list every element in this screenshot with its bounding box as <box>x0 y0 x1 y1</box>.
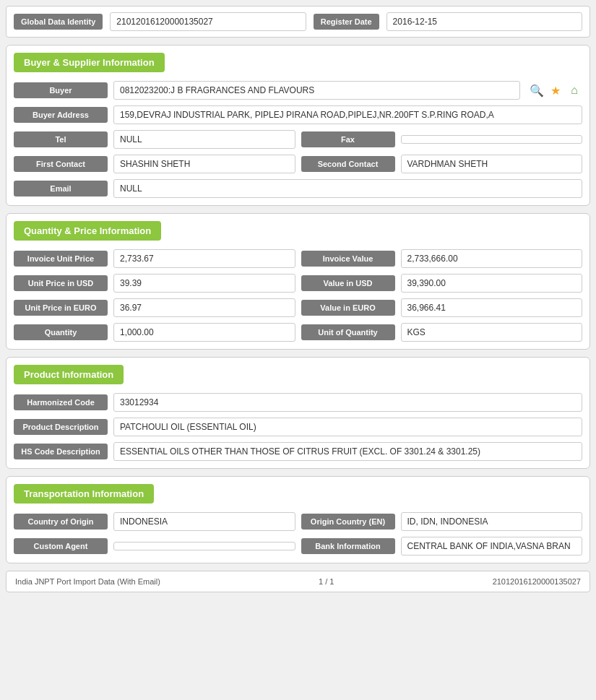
product-section: Product Information Harmonized Code 3301… <box>6 357 590 469</box>
tel-fax-row: Tel NULL Fax <box>14 130 582 149</box>
value-euro-half: Value in EURO 36,966.41 <box>301 298 583 317</box>
harmonized-code-value: 33012934 <box>113 393 582 412</box>
unit-of-quantity-value: KGS <box>401 323 583 342</box>
first-contact-half: First Contact SHASHIN SHETH <box>14 155 295 173</box>
origin-country-en-label: Origin Country (EN) <box>301 514 395 530</box>
hs-code-description-value: ESSENTIAL OILS OTHER THAN THOSE OF CITRU… <box>113 442 582 461</box>
quantity-row: Quantity 1,000.00 Unit of Quantity KGS <box>14 323 582 342</box>
origin-country-en-half: Origin Country (EN) ID, IDN, INDONESIA <box>301 512 583 531</box>
fax-half: Fax <box>301 131 583 147</box>
harmonized-code-row: Harmonized Code 33012934 <box>14 393 582 412</box>
quantity-price-section: Quantity & Price Information Invoice Uni… <box>6 213 590 350</box>
first-contact-label: First Contact <box>14 156 108 172</box>
unit-price-usd-half: Unit Price in USD 39.39 <box>14 274 295 293</box>
invoice-unit-price-value: 2,733.67 <box>113 249 295 268</box>
email-label: Email <box>14 181 108 196</box>
email-value: NULL <box>113 179 582 198</box>
custom-agent-label: Custom Agent <box>14 538 108 554</box>
unit-of-quantity-label: Unit of Quantity <box>301 324 395 340</box>
footer-center: 1 / 1 <box>319 577 334 586</box>
transportation-section: Transportation Information Country of Or… <box>6 476 590 563</box>
hs-code-description-row: HS Code Description ESSENTIAL OILS OTHER… <box>14 442 582 461</box>
country-of-origin-half: Country of Origin INDONESIA <box>14 512 295 531</box>
unit-price-usd-label: Unit Price in USD <box>14 275 108 291</box>
custom-agent-value <box>113 542 295 550</box>
fax-label: Fax <box>301 131 395 147</box>
unit-of-quantity-half: Unit of Quantity KGS <box>301 323 583 342</box>
origin-row: Country of Origin INDONESIA Origin Count… <box>14 512 582 531</box>
value-euro-label: Value in EURO <box>301 300 395 316</box>
custom-bank-row: Custom Agent Bank Information CENTRAL BA… <box>14 537 582 556</box>
buyer-supplier-header: Buyer & Supplier Information <box>14 53 165 72</box>
second-contact-half: Second Contact VARDHMAN SHETH <box>301 155 583 173</box>
register-date-value: 2016-12-15 <box>386 12 582 31</box>
product-description-value: PATCHOULI OIL (ESSENTIAL OIL) <box>113 418 582 436</box>
quantity-price-header: Quantity & Price Information <box>14 221 161 241</box>
origin-country-en-value: ID, IDN, INDONESIA <box>401 512 583 531</box>
unit-price-euro-value: 36.97 <box>113 298 295 317</box>
buyer-value: 0812023200:J B FRAGRANCES AND FLAVOURS <box>113 81 520 100</box>
footer: India JNPT Port Import Data (With Email)… <box>6 571 590 592</box>
value-usd-label: Value in USD <box>301 275 395 291</box>
invoice-row: Invoice Unit Price 2,733.67 Invoice Valu… <box>14 249 582 268</box>
product-description-label: Product Description <box>14 419 108 435</box>
tel-value: NULL <box>113 130 295 149</box>
tel-half: Tel NULL <box>14 130 295 149</box>
country-of-origin-value: INDONESIA <box>113 512 295 531</box>
register-date-label: Register Date <box>314 14 379 30</box>
buyer-supplier-section: Buyer & Supplier Information Buyer 08120… <box>6 45 590 206</box>
second-contact-value: VARDHMAN SHETH <box>401 155 583 173</box>
euro-row: Unit Price in EURO 36.97 Value in EURO 3… <box>14 298 582 317</box>
second-contact-label: Second Contact <box>301 156 395 172</box>
country-of-origin-label: Country of Origin <box>14 514 108 530</box>
buyer-row: Buyer 0812023200:J B FRAGRANCES AND FLAV… <box>14 81 582 100</box>
hs-code-description-label: HS Code Description <box>14 444 108 459</box>
email-row: Email NULL <box>14 179 582 198</box>
product-description-row: Product Description PATCHOULI OIL (ESSEN… <box>14 418 582 436</box>
value-usd-value: 39,390.00 <box>401 274 583 293</box>
value-usd-half: Value in USD 39,390.00 <box>301 274 583 293</box>
buyer-icons: 🔍 ★ ⌂ <box>529 82 582 98</box>
footer-right: 21012016120000135027 <box>493 577 581 586</box>
global-data-identity-value: 21012016120000135027 <box>110 12 306 31</box>
first-contact-value: SHASHIN SHETH <box>113 155 295 173</box>
buyer-address-value: 159,DEVRAJ INDUSTRIAL PARK, PIPLEJ PIRAN… <box>113 105 582 124</box>
quantity-value: 1,000.00 <box>113 323 295 342</box>
buyer-address-row: Buyer Address 159,DEVRAJ INDUSTRIAL PARK… <box>14 105 582 124</box>
quantity-half: Quantity 1,000.00 <box>14 323 295 342</box>
harmonized-code-label: Harmonized Code <box>14 394 108 410</box>
unit-price-euro-label: Unit Price in EURO <box>14 300 108 316</box>
contacts-row: First Contact SHASHIN SHETH Second Conta… <box>14 155 582 173</box>
quantity-label: Quantity <box>14 324 108 340</box>
usd-row: Unit Price in USD 39.39 Value in USD 39,… <box>14 274 582 293</box>
search-icon[interactable]: 🔍 <box>529 82 545 98</box>
invoice-unit-price-half: Invoice Unit Price 2,733.67 <box>14 249 295 268</box>
bank-information-label: Bank Information <box>301 538 395 554</box>
invoice-value-value: 2,733,666.00 <box>401 249 583 268</box>
fax-value <box>401 135 583 144</box>
top-bar: Global Data Identity 2101201612000013502… <box>6 6 590 38</box>
invoice-unit-price-label: Invoice Unit Price <box>14 251 108 267</box>
invoice-value-label: Invoice Value <box>301 251 395 267</box>
unit-price-usd-value: 39.39 <box>113 274 295 293</box>
global-data-identity-label: Global Data Identity <box>14 14 103 30</box>
transportation-header: Transportation Information <box>14 484 154 504</box>
bank-information-half: Bank Information CENTRAL BANK OF INDIA,V… <box>301 537 583 556</box>
custom-agent-half: Custom Agent <box>14 538 295 554</box>
footer-left: India JNPT Port Import Data (With Email) <box>15 577 160 586</box>
star-icon[interactable]: ★ <box>548 82 563 98</box>
invoice-value-half: Invoice Value 2,733,666.00 <box>301 249 583 268</box>
product-header: Product Information <box>14 365 124 384</box>
unit-price-euro-half: Unit Price in EURO 36.97 <box>14 298 295 317</box>
home-icon[interactable]: ⌂ <box>566 82 582 98</box>
value-euro-value: 36,966.41 <box>401 298 583 317</box>
buyer-address-label: Buyer Address <box>14 107 108 123</box>
bank-information-value: CENTRAL BANK OF INDIA,VASNA BRAN <box>401 537 583 556</box>
tel-label: Tel <box>14 131 108 147</box>
buyer-label: Buyer <box>14 82 108 98</box>
